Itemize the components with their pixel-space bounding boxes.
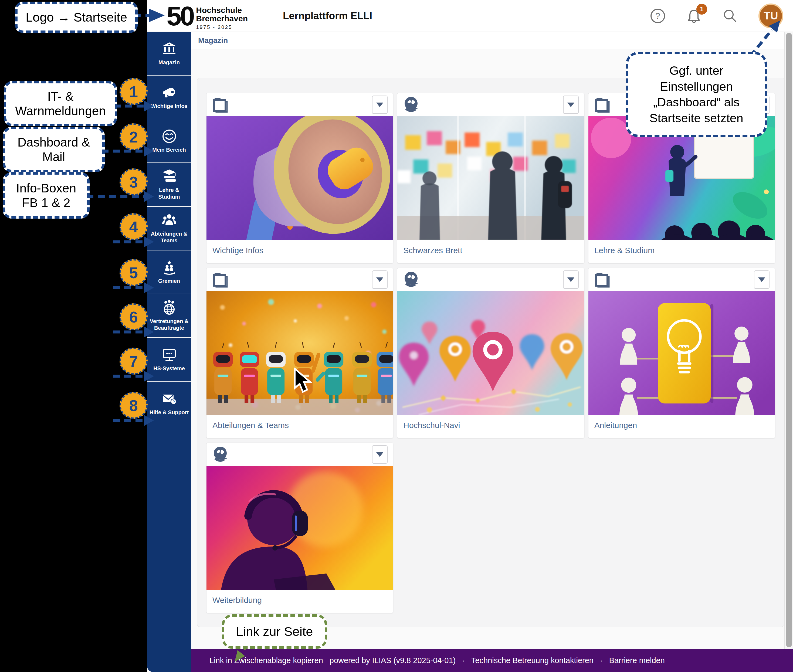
chevron-down-icon	[758, 277, 765, 282]
annotation-number-6: 6	[120, 303, 147, 330]
chevron-down-icon	[376, 277, 383, 282]
folder-icon	[594, 271, 610, 288]
search-icon[interactable]	[722, 8, 738, 24]
sidebar-item-abteilungen-teams[interactable]: Abteilungen & Teams	[147, 207, 191, 250]
card-title[interactable]: Weiterbildung	[212, 596, 262, 605]
annotation-number-3: 3	[120, 168, 147, 195]
sidebar-item-label: Mein Bereich	[152, 147, 186, 153]
folder-icon	[212, 271, 229, 288]
weblink-icon	[212, 446, 229, 463]
callout-logo-startseite: Logo → Startseite	[15, 2, 138, 33]
sidebar-item-label: HS-Systeme	[153, 365, 185, 372]
help-icon[interactable]: ?	[650, 8, 666, 24]
bank-icon	[162, 41, 177, 56]
scrollbar-thumb[interactable]	[786, 33, 792, 647]
card-actions-dropdown[interactable]	[563, 96, 579, 114]
annotation-number-5: 5	[120, 259, 147, 286]
annotation-number-4: 4	[120, 213, 147, 240]
card-abteilungen-teams[interactable]: Abteilungen & Teams	[206, 268, 393, 438]
card-actions-dropdown[interactable]	[754, 270, 769, 289]
card-title[interactable]: Schwarzes Brett	[403, 246, 462, 255]
folder-icon	[594, 96, 610, 113]
chevron-down-icon	[376, 452, 383, 457]
powered-by-text: powered by ILIAS (v9.8 2025-04-01)	[330, 656, 456, 665]
smiley-icon	[162, 129, 177, 144]
callout-infoboxen: Info-Boxen FB 1 & 2	[3, 172, 90, 219]
mail-help-icon: ?	[162, 391, 177, 406]
breadcrumb: Magazin	[191, 32, 793, 49]
footer-separator: ·	[600, 656, 603, 665]
card-image-pinboard	[397, 116, 584, 240]
sidebar-item-magazin[interactable]: Magazin	[147, 32, 191, 75]
card-title[interactable]: Wichtige Infos	[212, 246, 263, 255]
card-title[interactable]: Abteilungen & Teams	[212, 421, 289, 430]
support-contact-link[interactable]: Technische Betreuung kontaktieren	[471, 656, 594, 665]
report-barrier-link[interactable]: Barriere melden	[609, 656, 665, 665]
logo-years: 1975 - 2025	[196, 24, 248, 30]
weblink-icon	[403, 271, 420, 288]
monitor-icon	[162, 347, 177, 362]
sidebar-item-vertretungen[interactable]: Vertretungen & Beauftragte	[147, 294, 191, 338]
card-hochschul-navi[interactable]: Hochschul-Navi	[397, 268, 584, 438]
annotation-number-2: 2	[120, 123, 147, 150]
card-actions-dropdown[interactable]	[372, 270, 388, 289]
sidebar-item-label: Lehre & Studium	[149, 187, 189, 200]
card-anleitungen[interactable]: Anleitungen	[588, 268, 775, 438]
footer-bar: Link in Zwischenablage kopieren powered …	[191, 649, 793, 672]
callout-dashboard-mail: Dashboard & Mail	[3, 127, 105, 172]
annotation-number-8: 8	[120, 392, 147, 419]
committee-icon	[162, 260, 177, 275]
card-actions-dropdown[interactable]	[563, 270, 579, 289]
sidebar-item-label: Wichtige Infos	[151, 103, 187, 110]
page-title: Lernplattform ELLI	[283, 10, 372, 22]
card-schwarzes-brett[interactable]: Schwarzes Brett	[397, 93, 584, 263]
card-image-megaphone	[207, 116, 393, 240]
annotation-number-1: 1	[120, 78, 147, 105]
callout-it-warnmeldungen: IT- & Warnmeldungen	[4, 81, 117, 126]
people-icon	[162, 213, 177, 228]
sidebar-item-label: Gremien	[158, 278, 180, 285]
chevron-down-icon	[567, 102, 574, 107]
university-logo[interactable]: 50 Hochschule Bremerhaven 1975 - 2025	[167, 2, 248, 30]
top-header: 50 Hochschule Bremerhaven 1975 - 2025 Le…	[147, 0, 793, 32]
card-image-headphones	[207, 466, 393, 590]
sidebar-item-hilfe-support[interactable]: ? Hilfe & Support	[147, 382, 191, 425]
cards-grid: Wichtige Infos	[206, 93, 775, 613]
main-sidebar: Magazin Wichtige Infos Mein Bereich	[147, 32, 191, 672]
card-actions-dropdown[interactable]	[372, 445, 388, 464]
avatar[interactable]: TU	[758, 3, 783, 28]
sidebar-item-gremien[interactable]: Gremien	[147, 250, 191, 294]
card-actions-dropdown[interactable]	[372, 96, 388, 114]
logo-line2: Bremerhaven	[196, 14, 248, 23]
folder-icon	[212, 96, 229, 113]
card-wichtige-infos[interactable]: Wichtige Infos	[206, 93, 393, 263]
card-weiterbildung[interactable]: Weiterbildung	[206, 443, 393, 613]
repository-panel: Wichtige Infos	[197, 78, 784, 627]
svg-text:?: ?	[655, 11, 660, 21]
card-title[interactable]: Hochschul-Navi	[403, 421, 460, 430]
weblink-icon	[403, 96, 420, 113]
card-title[interactable]: Lehre & Studium	[594, 246, 655, 255]
scrollbar-track[interactable]	[784, 32, 793, 649]
sidebar-item-wichtige-infos[interactable]: Wichtige Infos	[147, 75, 191, 119]
card-title[interactable]: Anleitungen	[594, 421, 637, 430]
sidebar-item-lehre-studium[interactable]: Lehre & Studium	[147, 163, 191, 207]
globe-people-icon	[162, 300, 177, 315]
notification-badge: 1	[696, 4, 707, 14]
card-image-robots	[207, 291, 393, 415]
svg-text:?: ?	[172, 399, 175, 404]
mouse-cursor-icon	[292, 368, 316, 395]
sidebar-item-label: Magazin	[159, 59, 180, 66]
callout-link-zur-seite: Link zur Seite	[222, 614, 327, 649]
sidebar-item-label: Abteilungen & Teams	[149, 230, 189, 244]
copy-link-action[interactable]: Link in Zwischenablage kopieren	[210, 656, 323, 665]
logo-50: 50	[167, 4, 193, 28]
sidebar-item-label: Vertretungen & Beauftragte	[149, 318, 189, 331]
logo-line1: Hochschule	[196, 6, 248, 14]
callout-settings-dashboard: Ggf. unter Einstellungen „Dashboard“ als…	[626, 52, 767, 137]
footer-separator: ·	[462, 656, 465, 665]
books-icon	[162, 169, 177, 184]
sidebar-item-hs-systeme[interactable]: HS-Systeme	[147, 338, 191, 382]
sidebar-item-mein-bereich[interactable]: Mein Bereich	[147, 119, 191, 163]
breadcrumb-magazin[interactable]: Magazin	[198, 36, 228, 45]
